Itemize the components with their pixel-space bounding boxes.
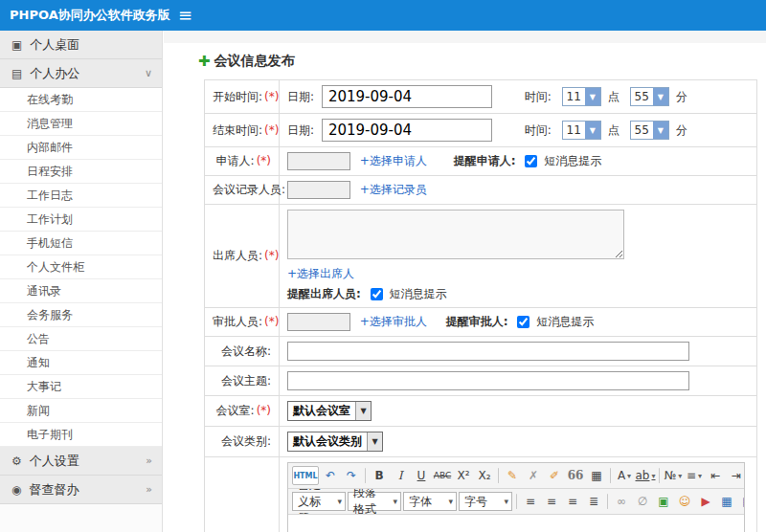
bold-icon[interactable]: B <box>370 466 389 485</box>
sidebar-item-supervise[interactable]: ◉ 督查督办 » <box>0 476 162 504</box>
align-left-icon[interactable]: ≡ <box>521 492 540 511</box>
sidebar-item-settings[interactable]: ⚙ 个人设置 » <box>0 447 162 476</box>
italic-icon[interactable]: I <box>391 466 410 485</box>
toolbar-separator <box>607 494 608 509</box>
applicant-label: 申请人:(*) <box>205 147 280 176</box>
font-size-select[interactable]: 字号 <box>459 492 512 511</box>
remind-attendees-label: 提醒出席人员: <box>287 287 361 300</box>
editor-content[interactable] <box>288 515 744 532</box>
undo-icon[interactable]: ↶ <box>321 466 340 485</box>
toolbar-separator <box>516 494 517 509</box>
dropdown-arrow-icon: ▼ <box>585 122 600 139</box>
applicant-sms-checkbox[interactable] <box>525 155 537 167</box>
toolbar-separator <box>610 468 611 483</box>
custom-title-select[interactable]: 自定义标题 <box>292 492 346 511</box>
table-icon[interactable]: ▦ <box>717 492 736 511</box>
meeting-room-value: 默认会议室 <box>288 402 355 420</box>
link-icon[interactable]: ∞ <box>612 492 631 511</box>
sidebar-item[interactable]: 大事记 <box>0 375 162 399</box>
dropdown-arrow-icon: ▼ <box>367 432 382 451</box>
paragraph-format-select[interactable]: 段落格式 <box>348 492 401 511</box>
media-icon[interactable]: ▶ <box>696 492 715 511</box>
meeting-topic-input[interactable] <box>287 371 689 390</box>
dropdown-arrow-icon: ▼ <box>585 88 600 105</box>
start-date-input[interactable] <box>322 85 492 108</box>
start-hour-select[interactable]: 11▼ <box>562 87 601 106</box>
form-row-end-time: 结束时间:(*) 日期: 时间: 11▼ 点 55▼ 分 <box>205 114 757 147</box>
sidebar-item-office[interactable]: ▤ 个人办公 ∨ <box>0 59 162 88</box>
align-right-icon[interactable]: ≡ <box>563 492 582 511</box>
outdent-icon[interactable]: ⇤ <box>706 466 725 485</box>
sidebar-item-desktop[interactable]: ▣ 个人桌面 <box>0 31 162 59</box>
sidebar-item[interactable]: 手机短信 <box>0 232 162 255</box>
meeting-room-select[interactable]: 默认会议室▼ <box>287 401 372 421</box>
remove-format-icon[interactable]: ✗ <box>524 466 543 485</box>
attendee-sms-checkbox[interactable] <box>371 288 383 300</box>
subscript-icon[interactable]: X₂ <box>475 466 494 485</box>
sidebar-item[interactable]: 工作计划 <box>0 208 162 232</box>
select-approver-link[interactable]: +选择审批人 <box>360 315 427 328</box>
sidebar-item[interactable]: 消息管理 <box>0 112 162 136</box>
approver-input[interactable] <box>287 313 350 331</box>
ordered-list-icon[interactable]: № <box>664 466 683 485</box>
strikethrough-icon[interactable]: ABC <box>433 466 452 485</box>
emoticon-icon[interactable]: ☺ <box>675 492 694 511</box>
select-recorder-link[interactable]: +选择记录员 <box>360 183 427 196</box>
sidebar-item[interactable]: 个人文件柜 <box>0 255 162 279</box>
sms-hint-label: 短消息提示 <box>544 154 601 167</box>
end-minute-select[interactable]: 55▼ <box>630 121 669 140</box>
form-row-attendees: 出席人员:(*) +选择出席人 提醒出席人员: 短消息提示 <box>205 205 757 308</box>
attendees-textarea[interactable] <box>287 210 624 259</box>
sidebar-item[interactable]: 在线考勤 <box>0 88 162 112</box>
highlighter-icon[interactable]: ✐ <box>545 466 564 485</box>
indent-icon[interactable]: ⇥ <box>727 466 744 485</box>
page-title: ✚ 会议信息发布 <box>198 53 766 70</box>
sidebar-item[interactable]: 通讯录 <box>0 279 162 303</box>
required-mark: (*) <box>264 123 279 137</box>
start-minute-select[interactable]: 55▼ <box>630 87 669 106</box>
end-hour-value: 11 <box>563 122 585 139</box>
unlink-icon[interactable]: ∅ <box>633 492 652 511</box>
meeting-category-select[interactable]: 默认会议类别▼ <box>287 432 383 452</box>
font-color-icon[interactable]: A <box>615 466 634 485</box>
sidebar-menu: 在线考勤消息管理内部邮件日程安排工作日志工作计划手机短信个人文件柜通讯录会务服务… <box>0 88 162 447</box>
font-family-select[interactable]: 字体 <box>403 492 457 511</box>
redo-icon[interactable]: ↷ <box>342 466 361 485</box>
end-date-input[interactable] <box>322 119 492 142</box>
sidebar-item[interactable]: 公告 <box>0 327 162 351</box>
meeting-category-label: 会议类别: <box>205 427 280 457</box>
superscript-icon[interactable]: X² <box>454 466 473 485</box>
approver-sms-checkbox[interactable] <box>517 316 529 328</box>
html-source-button[interactable]: HTML <box>292 466 319 485</box>
chevron-right-icon: » <box>146 483 152 496</box>
remind-applicant-label: 提醒申请人: <box>454 154 516 167</box>
sidebar-item[interactable]: 内部邮件 <box>0 136 162 160</box>
image-icon[interactable]: ▣ <box>654 492 673 511</box>
sidebar-item[interactable]: 日程安排 <box>0 160 162 184</box>
unordered-list-icon[interactable]: ≡ <box>685 466 704 485</box>
select-attendee-link[interactable]: +选择出席人 <box>287 267 354 280</box>
sidebar-item[interactable]: 通知 <box>0 351 162 375</box>
sidebar-item[interactable]: 会务服务 <box>0 303 162 327</box>
start-time-label: 开始时间:(*) <box>205 80 280 114</box>
blockquote-icon[interactable]: 66 <box>566 466 585 485</box>
gear-icon: ⚙ <box>11 454 22 468</box>
sidebar-item[interactable]: 工作日志 <box>0 184 162 208</box>
end-hour-select[interactable]: 11▼ <box>562 121 601 140</box>
menu-icon[interactable]: ≡ <box>178 0 192 31</box>
meeting-name-input[interactable] <box>287 342 689 361</box>
format-painter-icon[interactable]: ✎ <box>503 466 522 485</box>
sidebar-item[interactable]: 新闻 <box>0 399 162 423</box>
align-center-icon[interactable]: ≡ <box>542 492 561 511</box>
select-applicant-link[interactable]: +选择申请人 <box>360 154 427 167</box>
editor-toolbar-row1: HTML↶↷BIUABCX²X₂✎✗✐66▦Aab№≡⇤⇥▯⊞ <box>288 463 744 489</box>
insert-date-icon[interactable]: ▦ <box>587 466 606 485</box>
applicant-input[interactable] <box>287 152 350 170</box>
approver-label: 审批人员:(*) <box>205 308 280 337</box>
align-justify-icon[interactable]: ≣ <box>584 492 603 511</box>
sidebar-item[interactable]: 电子期刊 <box>0 423 162 447</box>
background-color-icon[interactable]: ab <box>636 466 655 485</box>
recorder-input[interactable] <box>287 181 350 199</box>
grid-icon[interactable]: ▦ <box>738 492 744 511</box>
underline-icon[interactable]: U <box>412 466 431 485</box>
